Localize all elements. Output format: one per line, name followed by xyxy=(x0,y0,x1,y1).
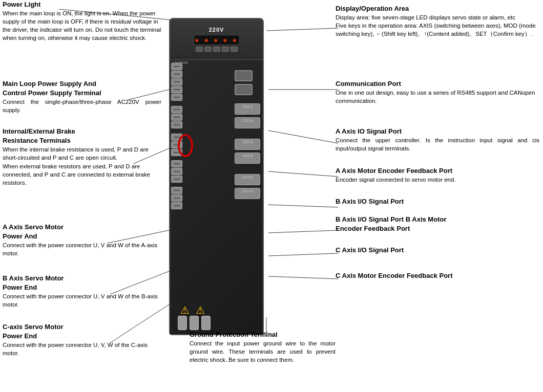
display-operation-body: Display area: five seven-stage LED displ… xyxy=(336,13,539,38)
warning-area: ⚠ ⚠ xyxy=(180,304,205,316)
terminal-15 xyxy=(171,187,182,194)
key-btn-5[interactable] xyxy=(231,47,238,52)
ground-terminal-2 xyxy=(190,316,199,330)
annotation-c-axis-encoder: C Axis Motor Encoder Feedback Port xyxy=(336,271,539,280)
main-loop-body: Connect the single-phase/three-phase AC2… xyxy=(3,98,161,114)
annotation-a-axis-encoder: A Axis Motor Encoder Feedback Port Encod… xyxy=(336,166,539,184)
display-operation-title: Display/Operation Area xyxy=(336,4,539,13)
key-btn-4[interactable] xyxy=(222,47,229,52)
terminal-13 xyxy=(171,168,182,175)
annotation-a-axis-io: A Axis IO Signal Port Connect the upper … xyxy=(336,127,539,153)
annotation-b-axis-io: B Axis I/O Signal Port xyxy=(336,197,539,206)
terminal-5 xyxy=(171,94,182,101)
diagram-container: 220V ● ● ● ● ● CHARGE xyxy=(0,0,543,392)
power-light-body: When the main loop is ON, the light is o… xyxy=(3,9,161,42)
terminal-2 xyxy=(171,71,182,78)
annotation-c-axis-servo: C-axis Servo Motor Power End Connect wit… xyxy=(3,322,161,358)
display-leds: ● ● ● ● ● xyxy=(195,36,238,44)
annotation-b-axis-servo: B Axis Servo Motor Power End Connect wit… xyxy=(3,274,161,309)
terminal-7 xyxy=(171,114,182,121)
red-loop-indicator xyxy=(178,134,193,157)
port-db25-1: CN2-A xyxy=(235,103,260,115)
b-axis-servo-body: Connect with the power connector U, V an… xyxy=(3,292,161,309)
ground-terminals xyxy=(178,316,211,330)
svg-line-6 xyxy=(266,28,338,31)
device-top-panel: 220V ● ● ● ● ● xyxy=(170,19,263,60)
terminal-6 xyxy=(171,106,182,113)
port-db25-5: CN2-D xyxy=(235,174,260,185)
ground-terminal-3 xyxy=(201,316,211,330)
annotation-b-axis-io-encoder: B Axis I/O Signal Port B Axis Motor Enco… xyxy=(336,215,539,233)
a-axis-encoder-title: A Axis Motor Encoder Feedback Port xyxy=(336,166,539,176)
annotation-a-axis-servo: A Axis Servo Motor Power And Connect wit… xyxy=(3,223,161,258)
port-db25-6: CN2-D xyxy=(235,188,260,199)
svg-line-9 xyxy=(268,171,338,177)
c-axis-io-title: C Axis I/O Signal Port xyxy=(336,246,539,255)
svg-line-8 xyxy=(268,130,338,143)
warning-triangle-1: ⚠ xyxy=(180,304,190,316)
annotation-c-axis-io: C Axis I/O Signal Port xyxy=(336,246,539,255)
a-axis-servo-title: A Axis Servo Motor Power And xyxy=(3,223,161,241)
port-db25-4: CN2-B xyxy=(235,153,260,164)
right-ports-container: CN2-A CN2-A CN2-B CN2-B CN2-D CN2-D xyxy=(235,70,260,199)
terminal-14 xyxy=(171,176,182,183)
b-axis-io-encoder-title: B Axis I/O Signal Port B Axis Motor Enco… xyxy=(336,215,539,233)
a-axis-encoder-body: Encoder signal connected to servo motor … xyxy=(336,176,539,184)
key-btn-1[interactable] xyxy=(196,47,203,52)
device-body: 220V ● ● ● ● ● CHARGE xyxy=(169,18,264,335)
svg-line-11 xyxy=(268,230,338,233)
terminal-17 xyxy=(171,202,182,209)
voltage-label: 220V xyxy=(209,27,224,33)
terminal-4 xyxy=(171,86,182,93)
svg-line-10 xyxy=(268,205,338,207)
port-rj45-2 xyxy=(235,84,253,95)
c-axis-encoder-title: C Axis Motor Encoder Feedback Port xyxy=(336,271,539,280)
b-axis-io-title: B Axis I/O Signal Port xyxy=(336,197,539,206)
annotation-display-operation: Display/Operation Area Display area: fiv… xyxy=(336,4,539,38)
c-axis-servo-title: C-axis Servo Motor Power End xyxy=(3,322,161,341)
annotation-brake: Internal/External Brake Resistance Termi… xyxy=(3,127,161,187)
brake-title: Internal/External Brake Resistance Termi… xyxy=(3,127,161,145)
key-btn-3[interactable] xyxy=(213,47,220,52)
brake-body: When the internal brake resistance is us… xyxy=(3,145,161,186)
power-light-title: Power Light xyxy=(3,0,161,9)
port-rj45-1 xyxy=(235,70,253,81)
annotation-communication-port: Communication Port One in one out design… xyxy=(336,79,539,105)
annotation-power-light: Power Light When the main loop is ON, th… xyxy=(3,0,161,42)
warning-triangle-2: ⚠ xyxy=(196,304,205,316)
terminal-3 xyxy=(171,78,182,85)
display-panel: ● ● ● ● ● xyxy=(194,35,240,45)
a-axis-servo-body: Connect with the power connector U, V an… xyxy=(3,241,161,257)
a-axis-io-body: Connect the upper controller. Is the ins… xyxy=(336,136,539,153)
keypad-row xyxy=(196,47,238,52)
a-axis-io-title: A Axis IO Signal Port xyxy=(336,127,539,136)
annotation-main-loop: Main Loop Power Supply And Control Power… xyxy=(3,79,161,115)
annotation-ground-protection: Ground Protection Terminal Connect the i… xyxy=(190,330,336,364)
ground-terminal-1 xyxy=(178,316,187,330)
terminal-12 xyxy=(171,160,182,167)
terminal-8 xyxy=(171,121,182,128)
terminal-16 xyxy=(171,194,182,202)
ground-protection-title: Ground Protection Terminal xyxy=(190,330,336,339)
port-db25-3: CN2-B xyxy=(235,139,260,150)
key-btn-2[interactable] xyxy=(204,47,212,52)
terminal-1 xyxy=(171,63,182,70)
ground-protection-body: Connect the input power ground wire to t… xyxy=(190,339,336,364)
svg-line-12 xyxy=(268,253,338,256)
communication-port-title: Communication Port xyxy=(336,79,539,89)
communication-port-body: One in one out design, easy to use a ser… xyxy=(336,89,539,105)
c-axis-servo-body: Connect with the power connector U, V, W… xyxy=(3,341,161,357)
main-loop-title: Main Loop Power Supply And Control Power… xyxy=(3,79,161,98)
b-axis-servo-title: B Axis Servo Motor Power End xyxy=(3,274,161,292)
port-db25-2: CN2-A xyxy=(235,117,260,128)
svg-line-13 xyxy=(268,276,338,279)
